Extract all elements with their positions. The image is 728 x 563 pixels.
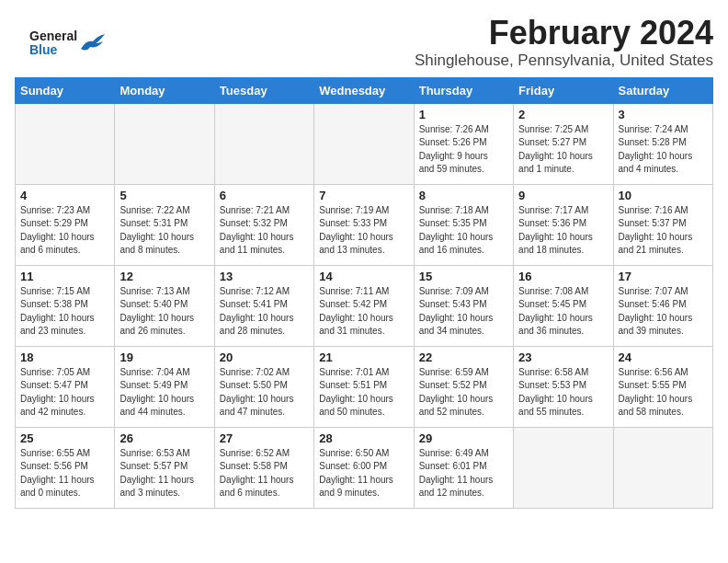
day-number-8: 8 bbox=[419, 189, 508, 202]
day-info-29: Sunrise: 6:49 AM Sunset: 6:01 PM Dayligh… bbox=[419, 447, 508, 500]
day-info-10: Sunrise: 7:16 AM Sunset: 5:37 PM Dayligh… bbox=[619, 204, 708, 258]
month-year-title: February 2024 bbox=[15, 15, 713, 52]
day-info-1: Sunrise: 7:26 AM Sunset: 5:26 PM Dayligh… bbox=[419, 123, 508, 177]
calendar-cell-w2d4: 7Sunrise: 7:19 AM Sunset: 5:33 PM Daylig… bbox=[314, 184, 414, 265]
day-number-16: 16 bbox=[518, 270, 608, 283]
day-number-11: 11 bbox=[20, 270, 109, 283]
calendar-cell-w5d6 bbox=[514, 427, 613, 508]
calendar-cell-w2d5: 8Sunrise: 7:18 AM Sunset: 5:35 PM Daylig… bbox=[414, 184, 513, 265]
day-info-20: Sunrise: 7:02 AM Sunset: 5:50 PM Dayligh… bbox=[220, 366, 309, 419]
calendar-cell-w3d6: 16Sunrise: 7:08 AM Sunset: 5:45 PM Dayli… bbox=[514, 265, 613, 346]
calendar-cell-w4d1: 18Sunrise: 7:05 AM Sunset: 5:47 PM Dayli… bbox=[16, 346, 115, 427]
day-number-26: 26 bbox=[119, 431, 209, 445]
day-number-25: 25 bbox=[20, 431, 109, 445]
calendar-cell-w1d4 bbox=[314, 103, 414, 184]
day-info-11: Sunrise: 7:15 AM Sunset: 5:38 PM Dayligh… bbox=[20, 285, 109, 339]
day-number-1: 1 bbox=[419, 108, 508, 121]
header-thursday: Thursday bbox=[414, 77, 513, 103]
calendar-cell-w3d3: 13Sunrise: 7:12 AM Sunset: 5:41 PM Dayli… bbox=[214, 265, 313, 346]
calendar-header-row: Sunday Monday Tuesday Wednesday Thursday… bbox=[16, 77, 713, 103]
day-info-2: Sunrise: 7:25 AM Sunset: 5:27 PM Dayligh… bbox=[518, 123, 608, 177]
logo-blue-text: Blue bbox=[29, 42, 57, 57]
calendar-body: 1Sunrise: 7:26 AM Sunset: 5:26 PM Daylig… bbox=[16, 103, 713, 508]
day-header-row: Sunday Monday Tuesday Wednesday Thursday… bbox=[16, 77, 713, 103]
day-number-13: 13 bbox=[220, 270, 309, 283]
calendar-cell-w5d2: 26Sunrise: 6:53 AM Sunset: 5:57 PM Dayli… bbox=[115, 427, 214, 508]
day-number-7: 7 bbox=[319, 189, 408, 202]
calendar-cell-w1d1 bbox=[16, 103, 115, 184]
day-number-15: 15 bbox=[419, 270, 508, 283]
day-number-5: 5 bbox=[119, 189, 209, 202]
calendar-table: Sunday Monday Tuesday Wednesday Thursday… bbox=[15, 77, 713, 509]
calendar-cell-w1d3 bbox=[214, 103, 313, 184]
calendar-cell-w4d7: 24Sunrise: 6:56 AM Sunset: 5:55 PM Dayli… bbox=[613, 346, 712, 427]
day-info-12: Sunrise: 7:13 AM Sunset: 5:40 PM Dayligh… bbox=[119, 285, 209, 339]
calendar-cell-w2d6: 9Sunrise: 7:17 AM Sunset: 5:36 PM Daylig… bbox=[514, 184, 613, 265]
day-info-5: Sunrise: 7:22 AM Sunset: 5:31 PM Dayligh… bbox=[119, 204, 209, 258]
day-number-3: 3 bbox=[619, 108, 708, 121]
location-subtitle: Shinglehouse, Pennsylvania, United State… bbox=[15, 52, 713, 70]
day-info-9: Sunrise: 7:17 AM Sunset: 5:36 PM Dayligh… bbox=[518, 204, 608, 258]
header-saturday: Saturday bbox=[613, 77, 712, 103]
calendar-cell-w5d4: 28Sunrise: 6:50 AM Sunset: 6:00 PM Dayli… bbox=[314, 427, 414, 508]
calendar-cell-w2d3: 6Sunrise: 7:21 AM Sunset: 5:32 PM Daylig… bbox=[214, 184, 313, 265]
day-info-15: Sunrise: 7:09 AM Sunset: 5:43 PM Dayligh… bbox=[419, 285, 508, 339]
calendar-cell-w5d5: 29Sunrise: 6:49 AM Sunset: 6:01 PM Dayli… bbox=[414, 427, 513, 508]
day-number-23: 23 bbox=[518, 350, 608, 364]
day-number-29: 29 bbox=[419, 431, 508, 445]
logo: General Blue bbox=[29, 29, 107, 58]
day-info-19: Sunrise: 7:04 AM Sunset: 5:49 PM Dayligh… bbox=[119, 366, 209, 419]
day-info-14: Sunrise: 7:11 AM Sunset: 5:42 PM Dayligh… bbox=[319, 285, 408, 339]
calendar-cell-w5d7 bbox=[613, 427, 712, 508]
day-number-10: 10 bbox=[619, 189, 708, 202]
day-info-27: Sunrise: 6:52 AM Sunset: 5:58 PM Dayligh… bbox=[220, 447, 309, 500]
day-info-4: Sunrise: 7:23 AM Sunset: 5:29 PM Dayligh… bbox=[20, 204, 109, 258]
day-number-20: 20 bbox=[220, 350, 309, 364]
calendar-cell-w1d7: 3Sunrise: 7:24 AM Sunset: 5:28 PM Daylig… bbox=[613, 103, 712, 184]
day-number-2: 2 bbox=[518, 108, 608, 121]
day-info-26: Sunrise: 6:53 AM Sunset: 5:57 PM Dayligh… bbox=[119, 447, 209, 500]
day-info-8: Sunrise: 7:18 AM Sunset: 5:35 PM Dayligh… bbox=[419, 204, 508, 258]
day-info-3: Sunrise: 7:24 AM Sunset: 5:28 PM Dayligh… bbox=[619, 123, 708, 177]
calendar-cell-w3d4: 14Sunrise: 7:11 AM Sunset: 5:42 PM Dayli… bbox=[314, 265, 414, 346]
logo-blue: Blue bbox=[29, 43, 77, 57]
calendar-cell-w3d5: 15Sunrise: 7:09 AM Sunset: 5:43 PM Dayli… bbox=[414, 265, 513, 346]
calendar-cell-w2d7: 10Sunrise: 7:16 AM Sunset: 5:37 PM Dayli… bbox=[613, 184, 712, 265]
header-monday: Monday bbox=[115, 77, 214, 103]
day-info-21: Sunrise: 7:01 AM Sunset: 5:51 PM Dayligh… bbox=[319, 366, 408, 419]
logo-general: General bbox=[29, 29, 77, 43]
week-row-2: 4Sunrise: 7:23 AM Sunset: 5:29 PM Daylig… bbox=[16, 184, 713, 265]
day-info-17: Sunrise: 7:07 AM Sunset: 5:46 PM Dayligh… bbox=[619, 285, 708, 339]
calendar-header: February 2024 Shinglehouse, Pennsylvania… bbox=[15, 15, 713, 70]
header-sunday: Sunday bbox=[16, 77, 115, 103]
calendar-cell-w5d1: 25Sunrise: 6:55 AM Sunset: 5:56 PM Dayli… bbox=[16, 427, 115, 508]
logo-bird-icon bbox=[79, 32, 107, 56]
day-number-28: 28 bbox=[319, 431, 408, 445]
day-info-18: Sunrise: 7:05 AM Sunset: 5:47 PM Dayligh… bbox=[20, 366, 109, 419]
day-number-24: 24 bbox=[619, 350, 708, 364]
day-info-16: Sunrise: 7:08 AM Sunset: 5:45 PM Dayligh… bbox=[518, 285, 608, 339]
calendar-cell-w1d2 bbox=[115, 103, 214, 184]
day-info-23: Sunrise: 6:58 AM Sunset: 5:53 PM Dayligh… bbox=[518, 366, 608, 419]
calendar-cell-w2d2: 5Sunrise: 7:22 AM Sunset: 5:31 PM Daylig… bbox=[115, 184, 214, 265]
calendar-cell-w4d5: 22Sunrise: 6:59 AM Sunset: 5:52 PM Dayli… bbox=[414, 346, 513, 427]
day-number-21: 21 bbox=[319, 350, 408, 364]
day-number-27: 27 bbox=[220, 431, 309, 445]
day-info-22: Sunrise: 6:59 AM Sunset: 5:52 PM Dayligh… bbox=[419, 366, 508, 419]
logo-general-text: General bbox=[29, 29, 77, 43]
day-info-7: Sunrise: 7:19 AM Sunset: 5:33 PM Dayligh… bbox=[319, 204, 408, 258]
day-number-12: 12 bbox=[119, 270, 209, 283]
day-info-28: Sunrise: 6:50 AM Sunset: 6:00 PM Dayligh… bbox=[319, 447, 408, 500]
week-row-5: 25Sunrise: 6:55 AM Sunset: 5:56 PM Dayli… bbox=[16, 427, 713, 508]
day-info-13: Sunrise: 7:12 AM Sunset: 5:41 PM Dayligh… bbox=[220, 285, 309, 339]
header-tuesday: Tuesday bbox=[214, 77, 313, 103]
day-info-25: Sunrise: 6:55 AM Sunset: 5:56 PM Dayligh… bbox=[20, 447, 109, 500]
day-number-17: 17 bbox=[619, 270, 708, 283]
calendar-cell-w3d7: 17Sunrise: 7:07 AM Sunset: 5:46 PM Dayli… bbox=[613, 265, 712, 346]
header-friday: Friday bbox=[514, 77, 613, 103]
day-number-18: 18 bbox=[20, 350, 109, 364]
week-row-4: 18Sunrise: 7:05 AM Sunset: 5:47 PM Dayli… bbox=[16, 346, 713, 427]
calendar-cell-w1d6: 2Sunrise: 7:25 AM Sunset: 5:27 PM Daylig… bbox=[514, 103, 613, 184]
calendar-cell-w2d1: 4Sunrise: 7:23 AM Sunset: 5:29 PM Daylig… bbox=[16, 184, 115, 265]
day-number-22: 22 bbox=[419, 350, 508, 364]
